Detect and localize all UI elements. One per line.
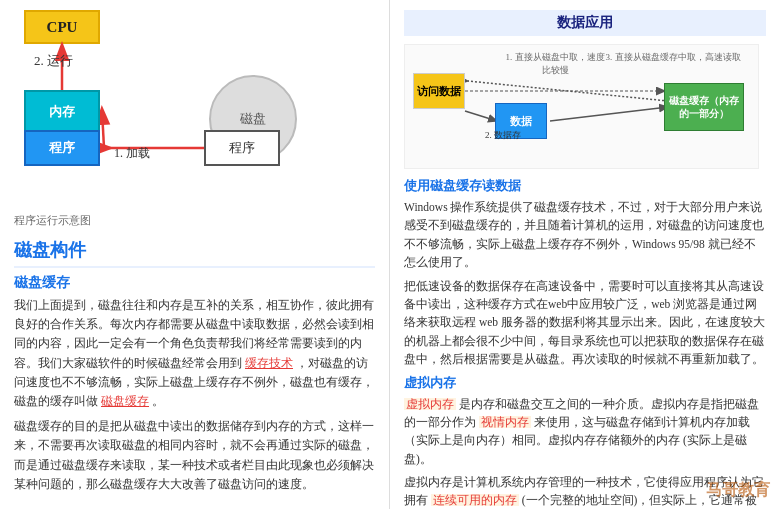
right-panel: 数据应用 1. 直接从磁盘中取，速度比较慢 3. xyxy=(390,0,780,509)
disk-usage-diagram: 1. 直接从磁盘中取，速度比较慢 3. 直接从磁盘缓存中取，高速读取 访问数据 … xyxy=(404,44,759,169)
dd-data-label: 2. 数据存 xyxy=(485,129,521,142)
cpu-box: CPU xyxy=(24,10,100,44)
dd-disk-cache-box: 磁盘缓存（内存的一部分） xyxy=(664,83,744,131)
virtual-mem-highlight: 虚拟内存 xyxy=(404,398,456,410)
svg-line-5 xyxy=(550,107,668,121)
virtual-mem-highlight2: 视情内存 xyxy=(479,416,531,428)
highlight-cache-link[interactable]: 缓存技术 xyxy=(245,356,293,370)
right-body-3: 虚拟内存 是内存和磁盘交互之间的一种介质。虚拟内存是指把磁盘的一部分作为 视情内… xyxy=(404,395,766,469)
left-panel: CPU 2. 运行 xyxy=(0,0,390,509)
body-text-1: 我们上面提到，磁盘往往和内存是互补的关系，相互协作，彼此拥有良好的合作关系。每次… xyxy=(14,296,375,411)
diagram-area: CPU 2. 运行 xyxy=(14,10,374,205)
program-box-right: 程序 xyxy=(204,130,280,166)
load-label: 1. 加载 xyxy=(114,145,150,162)
dd-label-top: 1. 直接从磁盘中取，速度比较慢 xyxy=(505,51,605,77)
svg-line-1 xyxy=(102,110,104,148)
dd-label-right: 3. 直接从磁盘缓存中取，高速读取 xyxy=(603,51,743,64)
right-body-1: Windows 操作系统提供了磁盘缓存技术，不过，对于大部分用户来说感受不到磁盘… xyxy=(404,198,766,272)
svg-line-4 xyxy=(465,111,497,121)
panel-header: 数据应用 xyxy=(404,10,766,36)
highlight-diskcache-link[interactable]: 磁盘缓存 xyxy=(101,394,149,408)
body-text-2: 磁盘缓存的目的是把从磁盘中读出的数据储存到内存的方式，这样一来，不需要再次读取磁… xyxy=(14,417,375,494)
section-title-disk: 磁盘构件 xyxy=(14,238,375,268)
watermark: 马哥教育 xyxy=(706,480,770,501)
run-label: 2. 运行 xyxy=(34,52,73,70)
right-sub-title-disk-cache: 使用磁盘缓存读数据 xyxy=(404,177,766,195)
continuous-mem-highlight: 连续可用的内存 xyxy=(431,494,519,506)
sub-title-cache: 磁盘缓存 xyxy=(14,274,375,292)
memory-box: 内存 xyxy=(24,90,100,134)
program-box-left: 程序 xyxy=(24,130,100,166)
dd-cpu-box: 访问数据 xyxy=(413,73,465,109)
right-body-2: 把低速设备的数据保存在高速设备中，需要时可以直接将其从高速设备中读出，这种缓存方… xyxy=(404,277,766,369)
diagram-caption: 程序运行示意图 xyxy=(14,213,375,228)
right-sub-title-virtual-mem: 虚拟内存 xyxy=(404,374,766,392)
